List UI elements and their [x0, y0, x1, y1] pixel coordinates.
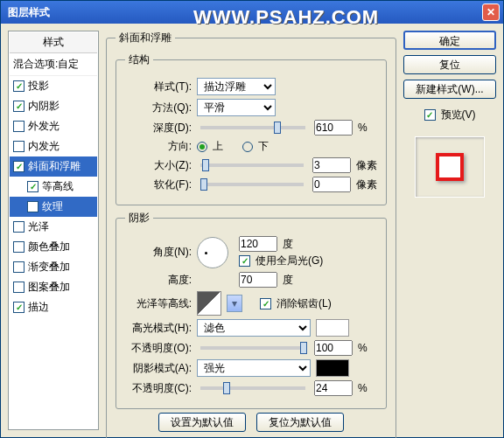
shadow-mode-select[interactable]: 强光 — [197, 359, 311, 377]
style-checkbox[interactable] — [27, 201, 38, 212]
style-item-label: 等高线 — [42, 179, 74, 194]
new-style-button[interactable]: 新建样式(W)... — [403, 80, 496, 99]
style-checkbox[interactable] — [13, 141, 24, 152]
technique-select[interactable]: 平滑 — [197, 99, 276, 116]
style-item-label: 描边 — [28, 300, 49, 315]
highlight-color-swatch[interactable] — [316, 319, 349, 337]
antialias-checkbox[interactable] — [260, 298, 271, 309]
center-panel: 斜面和浮雕 结构 样式(T): 描边浮雕 方法(Q): 平滑 深度(D): — [106, 31, 396, 430]
style-item-7[interactable]: 光泽 — [10, 217, 97, 237]
structure-legend: 结构 — [125, 52, 153, 67]
preview-swatch-icon — [436, 153, 464, 181]
antialias-label: 消除锯齿(L) — [276, 296, 332, 311]
angle-label: 角度(N): — [125, 245, 192, 260]
style-checkbox[interactable] — [13, 282, 24, 293]
style-checkbox[interactable] — [13, 302, 24, 313]
style-item-label: 外发光 — [28, 119, 60, 134]
global-light-checkbox[interactable] — [239, 255, 250, 267]
shadow-opacity-label: 不透明度(C): — [125, 381, 192, 396]
style-item-1[interactable]: 内阴影 — [10, 96, 97, 116]
style-checkbox[interactable] — [13, 241, 24, 253]
soften-slider[interactable] — [200, 183, 304, 186]
style-item-0[interactable]: 投影 — [10, 76, 97, 96]
shadow-mode-label: 阴影模式(A): — [125, 361, 192, 376]
layer-style-dialog: 图层样式 ✕ WWW.PSAHZ.COM 样式 混合选项:自定 投影内阴影外发光… — [0, 0, 504, 438]
altitude-label: 高度: — [125, 273, 192, 288]
style-checkbox[interactable] — [13, 221, 24, 233]
soften-input[interactable] — [312, 177, 351, 192]
highlight-mode-label: 高光模式(H): — [125, 321, 192, 336]
style-item-10[interactable]: 图案叠加 — [10, 277, 97, 297]
style-label: 样式(T): — [125, 80, 192, 94]
size-unit: 像素 — [356, 158, 377, 173]
size-label: 大小(Z): — [125, 158, 192, 173]
dialog-body: 样式 混合选项:自定 投影内阴影外发光内发光斜面和浮雕等高线纹理光泽颜色叠加渐变… — [1, 24, 503, 437]
close-button[interactable]: ✕ — [482, 3, 500, 21]
preview-thumbnail — [415, 136, 485, 198]
depth-input[interactable] — [314, 120, 353, 136]
reset-default-button[interactable]: 复位为默认值 — [256, 413, 344, 432]
style-item-8[interactable]: 颜色叠加 — [10, 237, 97, 257]
soften-unit: 像素 — [356, 177, 377, 192]
style-item-11[interactable]: 描边 — [10, 297, 97, 317]
depth-slider[interactable] — [200, 126, 305, 129]
gloss-contour-label: 光泽等高线: — [125, 296, 192, 311]
make-default-button[interactable]: 设置为默认值 — [158, 413, 246, 432]
direction-label: 方向: — [125, 139, 192, 154]
style-checkbox[interactable] — [27, 181, 38, 192]
style-item-label: 斜面和浮雕 — [28, 159, 80, 174]
style-item-2[interactable]: 外发光 — [10, 116, 97, 136]
highlight-opacity-input[interactable] — [314, 340, 353, 356]
style-checkbox[interactable] — [13, 161, 24, 172]
style-item-6[interactable]: 纹理 — [10, 197, 97, 217]
right-panel: 确定 复位 新建样式(W)... 预览(V) — [403, 31, 496, 430]
direction-down-radio[interactable] — [242, 142, 253, 152]
ok-button[interactable]: 确定 — [403, 31, 496, 50]
shadow-color-swatch[interactable] — [316, 359, 349, 377]
highlight-mode-select[interactable]: 滤色 — [197, 319, 311, 337]
bevel-legend: 斜面和浮雕 — [116, 31, 175, 45]
style-item-label: 纹理 — [42, 199, 63, 214]
style-checkbox[interactable] — [13, 101, 24, 112]
style-select[interactable]: 描边浮雕 — [197, 78, 276, 95]
highlight-opacity-label: 不透明度(O): — [125, 341, 192, 356]
shading-group: 阴影 角度(N): 度 使用全局光(G) — [116, 211, 387, 409]
shading-legend: 阴影 — [125, 211, 153, 226]
style-item-4[interactable]: 斜面和浮雕 — [10, 156, 97, 177]
blend-options[interactable]: 混合选项:自定 — [10, 53, 97, 76]
bevel-group: 斜面和浮雕 结构 样式(T): 描边浮雕 方法(Q): 平滑 深度(D): — [106, 31, 396, 438]
shadow-opacity-input[interactable] — [314, 380, 353, 396]
styles-header[interactable]: 样式 — [10, 32, 97, 53]
angle-dial[interactable] — [197, 237, 228, 268]
style-checkbox[interactable] — [13, 121, 24, 132]
window-title: 图层样式 — [4, 5, 50, 20]
style-item-label: 内发光 — [28, 139, 60, 154]
global-light-label: 使用全局光(G) — [256, 254, 323, 268]
style-item-label: 渐变叠加 — [28, 260, 70, 275]
watermark: WWW.PSAHZ.COM — [193, 6, 379, 29]
soften-label: 软化(F): — [125, 177, 192, 192]
size-slider[interactable] — [200, 163, 304, 167]
preview-checkbox[interactable] — [424, 109, 436, 121]
styles-list: 样式 混合选项:自定 投影内阴影外发光内发光斜面和浮雕等高线纹理光泽颜色叠加渐变… — [8, 31, 99, 430]
style-item-label: 投影 — [28, 79, 49, 94]
angle-input[interactable] — [239, 236, 277, 252]
size-input[interactable] — [312, 157, 351, 173]
cancel-button[interactable]: 复位 — [403, 55, 496, 74]
style-item-3[interactable]: 内发光 — [10, 136, 97, 156]
altitude-input[interactable] — [239, 272, 277, 288]
shadow-opacity-slider[interactable] — [200, 386, 305, 390]
style-checkbox[interactable] — [13, 80, 24, 92]
style-item-label: 颜色叠加 — [28, 240, 70, 254]
direction-up-radio[interactable] — [197, 142, 207, 152]
preview-label: 预览(V) — [441, 108, 476, 122]
style-item-9[interactable]: 渐变叠加 — [10, 257, 97, 277]
structure-group: 结构 样式(T): 描边浮雕 方法(Q): 平滑 深度(D): % — [116, 52, 387, 205]
style-item-label: 图案叠加 — [28, 280, 70, 295]
style-item-5[interactable]: 等高线 — [10, 177, 97, 197]
gloss-contour-swatch[interactable] — [197, 291, 221, 316]
style-checkbox[interactable] — [13, 261, 24, 273]
highlight-opacity-slider[interactable] — [200, 346, 305, 350]
depth-label: 深度(D): — [125, 121, 192, 136]
gloss-contour-dropdown[interactable]: ▾ — [227, 295, 242, 312]
